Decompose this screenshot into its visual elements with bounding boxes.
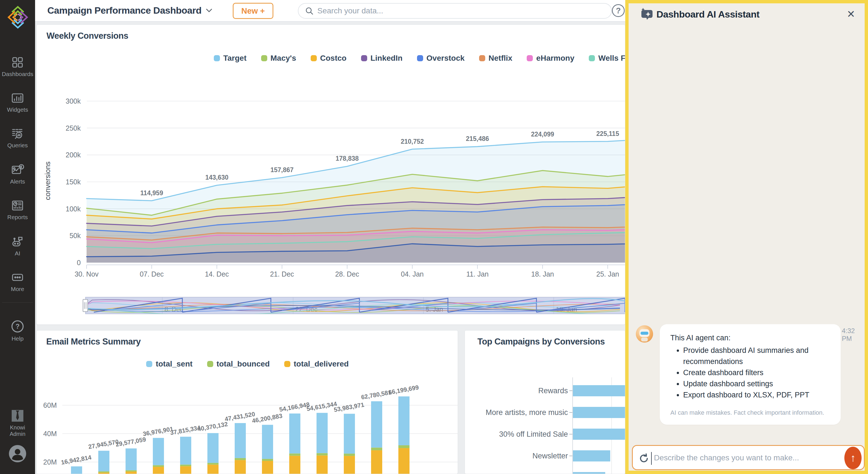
svg-text:?: ? — [16, 323, 20, 330]
ai-bot-avatar — [636, 325, 653, 343]
svg-text:157,867: 157,867 — [270, 166, 293, 174]
title-dropdown-chevron-icon[interactable] — [205, 8, 213, 13]
sidebar-item-more[interactable]: More — [0, 271, 35, 292]
refresh-icon[interactable] — [638, 453, 649, 464]
svg-text:36,976,901: 36,976,901 — [142, 425, 174, 438]
svg-text:60M: 60M — [43, 401, 57, 409]
svg-text:100k: 100k — [66, 205, 81, 213]
ai-assistant-title: Dashboard AI Assistant — [656, 9, 760, 20]
svg-text:0: 0 — [77, 259, 81, 267]
weekly-conversions-panel: Weekly Conversions TargetMacy'sCostcoLin… — [36, 25, 625, 325]
svg-text:30% off Limited Sale: 30% off Limited Sale — [499, 430, 568, 438]
ai-controller-icon — [11, 235, 24, 248]
svg-text:54,166,948: 54,166,948 — [279, 401, 310, 413]
sidebar-item-help[interactable]: ? Help — [0, 319, 35, 342]
user-avatar[interactable] — [8, 444, 27, 463]
navigator-handle[interactable] — [83, 299, 88, 312]
ai-disclaimer: AI can make mistakes. Fact check importa… — [670, 409, 830, 416]
campaign-bar[interactable] — [573, 428, 625, 440]
svg-text:30. Nov: 30. Nov — [74, 270, 99, 278]
sidebar-item-queries[interactable]: Queries — [0, 127, 35, 149]
campaign-bar[interactable] — [573, 472, 605, 474]
sidebar-item-label: Queries — [7, 142, 28, 148]
dashboard-title[interactable]: Campaign Performance Dashboard — [47, 5, 202, 16]
ai-assistant-panel: Dashboard AI Assistant ✕ This AI agent c… — [625, 0, 868, 474]
campaign-bar[interactable] — [573, 450, 610, 462]
svg-text:150k: 150k — [66, 178, 81, 186]
sidebar-item-label: Alerts — [10, 178, 25, 185]
svg-text:conversions: conversions — [43, 161, 52, 200]
svg-text:16,942,814: 16,942,814 — [60, 454, 92, 466]
svg-text:Rewards: Rewards — [538, 387, 568, 395]
svg-text:66,199,699: 66,199,699 — [388, 384, 419, 396]
reports-icon — [11, 199, 24, 212]
svg-text:54,615,344: 54,615,344 — [306, 400, 338, 412]
email-metrics-chart[interactable]: 20M40M60M16,942,81427,945,57029,577,0593… — [37, 331, 458, 474]
message-timestamp: 4:32 PM — [842, 327, 865, 343]
svg-text:210,752: 210,752 — [401, 138, 424, 145]
help-question-icon: ? — [10, 319, 25, 334]
campaign-bar[interactable] — [573, 385, 625, 396]
more-ellipsis-icon — [11, 271, 24, 284]
sidebar-divider — [2, 302, 33, 303]
svg-text:20M: 20M — [43, 458, 57, 466]
ai-message-bullet: Provide dashboard AI summaries and recom… — [683, 345, 830, 367]
ai-message-bullet: Export dashboard to XLSX, PDF, PPT — [683, 390, 830, 401]
dashboards-grid-icon — [11, 56, 24, 69]
svg-text:53,983,971: 53,983,971 — [333, 401, 365, 413]
search-input[interactable] — [317, 6, 590, 15]
ai-message-bullet: Create dashboard filters — [683, 367, 830, 379]
sidebar-item-admin[interactable]: Knowi Admin — [0, 409, 35, 437]
new-button[interactable]: New + — [233, 3, 273, 19]
svg-text:250k: 250k — [66, 124, 81, 132]
knowi-logo-icon[interactable] — [5, 3, 31, 31]
sidebar-item-alerts[interactable]: Alerts — [0, 163, 35, 185]
svg-text:46,200,883: 46,200,883 — [251, 412, 283, 424]
svg-text:114,959: 114,959 — [140, 189, 163, 197]
svg-text:178,838: 178,838 — [336, 155, 359, 162]
top-campaigns-chart[interactable]: RewardsMore artists, more music30% off L… — [465, 331, 625, 474]
svg-text:28. Dec: 28. Dec — [335, 270, 359, 278]
svg-text:11. Jan: 11. Jan — [466, 270, 489, 278]
svg-text:200k: 200k — [66, 151, 81, 159]
ai-message-bubble: This AI agent can: Provide dashboard AI … — [660, 324, 841, 425]
svg-text:27,945,570: 27,945,570 — [88, 438, 119, 450]
ai-assistant-header: Dashboard AI Assistant ✕ — [628, 6, 865, 23]
svg-text:14. Dec: 14. Dec — [205, 270, 229, 278]
svg-text:29,577,059: 29,577,059 — [115, 436, 147, 448]
ai-message-intro: This AI agent can: — [670, 334, 830, 342]
ai-input-box[interactable]: ↑ — [632, 445, 865, 470]
search-icon — [305, 7, 313, 15]
sidebar-item-label: AI — [15, 250, 20, 257]
sidebar-item-label: Widgets — [7, 107, 28, 113]
admin-label-line2: Admin — [0, 431, 35, 437]
ai-prompt-input[interactable] — [654, 448, 832, 468]
widgets-barchart-icon — [11, 91, 24, 105]
weekly-conversions-chart[interactable]: 050k100k150k200k250k300k30. Nov07. Dec14… — [37, 25, 625, 325]
admin-label-line1: Knowi — [0, 424, 35, 431]
sidebar-item-dashboards[interactable]: Dashboards — [0, 56, 35, 78]
svg-text:More artists, more music: More artists, more music — [486, 408, 568, 417]
sidebar-item-widgets[interactable]: Widgets — [0, 91, 35, 113]
ai-assistant-icon — [640, 7, 654, 21]
svg-text:225,115: 225,115 — [596, 130, 619, 137]
svg-text:25. Jan: 25. Jan — [596, 270, 619, 278]
email-metrics-panel: Email Metrics Summary total_senttotal_bo… — [36, 330, 458, 474]
svg-text:50k: 50k — [70, 232, 81, 239]
sidebar-item-reports[interactable]: Reports — [0, 199, 35, 220]
sidebar-item-label: Help — [11, 335, 23, 342]
top-campaigns-panel: Top Campaigns by Conversions RewardsMore… — [465, 330, 625, 474]
help-icon[interactable]: ? — [612, 4, 625, 17]
search-bar[interactable] — [298, 3, 612, 19]
svg-text:04. Jan: 04. Jan — [401, 270, 424, 278]
topbar: Campaign Performance Dashboard New + ? — [35, 0, 625, 22]
send-button[interactable]: ↑ — [844, 447, 862, 469]
campaign-bar[interactable] — [573, 407, 625, 418]
svg-text:62,780,581: 62,780,581 — [361, 389, 392, 401]
sidebar: Dashboards Widgets — [0, 0, 35, 474]
alerts-icon — [11, 163, 24, 177]
svg-text:40M: 40M — [43, 430, 57, 438]
sidebar-item-ai[interactable]: AI — [0, 235, 35, 257]
close-icon[interactable]: ✕ — [847, 8, 855, 20]
svg-text:47,431,520: 47,431,520 — [224, 411, 255, 423]
